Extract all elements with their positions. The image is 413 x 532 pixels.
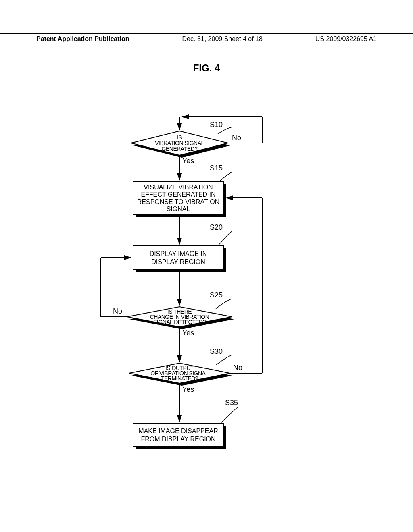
- label-s10-no: No: [232, 134, 241, 142]
- page-header: Patent Application Publication Dec. 31, …: [0, 33, 413, 43]
- node-s30: IS OUTPUT OF VIBRATION SIGNAL TERMINATED…: [129, 363, 232, 386]
- svg-text:VISUALIZE VIBRATION: VISUALIZE VIBRATION: [144, 184, 213, 191]
- svg-text:DISPLAY REGION: DISPLAY REGION: [151, 258, 205, 265]
- svg-text:GENERATED?: GENERATED?: [162, 145, 198, 152]
- node-s35: MAKE IMAGE DISAPPEAR FROM DISPLAY REGION: [133, 423, 226, 449]
- node-s10: IS VIBRATION SIGNAL GENERATED?: [131, 131, 230, 158]
- svg-rect-12: [133, 246, 223, 269]
- label-s25-no: No: [113, 307, 122, 315]
- leader-s30: [216, 355, 231, 365]
- tag-s25: S25: [210, 291, 223, 299]
- node-s15: VISUALIZE VIBRATION EFFECT GENERATED IN …: [133, 181, 226, 217]
- label-s30-no: No: [233, 364, 242, 372]
- svg-text:SIGNAL: SIGNAL: [167, 206, 190, 212]
- svg-text:RESPONSE TO VIBRATION: RESPONSE TO VIBRATION: [137, 198, 220, 205]
- svg-text:EFFECT GENERATED IN: EFFECT GENERATED IN: [141, 191, 215, 198]
- svg-rect-26: [133, 423, 223, 447]
- header-publication: Patent Application Publication: [36, 35, 129, 43]
- tag-s30: S30: [210, 347, 223, 355]
- tag-s10: S10: [210, 121, 223, 129]
- svg-text:TERMINATED?: TERMINATED?: [161, 375, 198, 382]
- header-date-sheet: Dec. 31, 2009 Sheet 4 of 18: [182, 35, 263, 43]
- flowchart: IS VIBRATION SIGNAL GENERATED? S10 No Ye…: [89, 105, 331, 508]
- node-s20: DISPLAY IMAGE IN DISPLAY REGION: [133, 246, 226, 272]
- label-s10-yes: Yes: [182, 157, 194, 165]
- leader-s25: [216, 299, 231, 309]
- tag-s35: S35: [225, 399, 238, 407]
- tag-s20: S20: [210, 223, 223, 231]
- leader-s35: [220, 407, 238, 424]
- label-s25-yes: Yes: [182, 329, 194, 337]
- figure-label: FIG. 4: [0, 62, 413, 74]
- leader-s20: [217, 231, 232, 247]
- label-s30-yes: Yes: [182, 385, 194, 393]
- tag-s15: S15: [210, 164, 223, 172]
- header-pub-number: US 2009/0322695 A1: [315, 35, 377, 43]
- svg-text:MAKE IMAGE DISAPPEAR: MAKE IMAGE DISAPPEAR: [138, 428, 218, 434]
- svg-text:DISPLAY IMAGE IN: DISPLAY IMAGE IN: [150, 250, 207, 257]
- svg-text:FROM DISPLAY REGION: FROM DISPLAY REGION: [141, 436, 215, 443]
- svg-text:SIGNAL DETECTED?: SIGNAL DETECTED?: [153, 319, 206, 325]
- node-s25: IS THERE CHANGE IN VIBRATION SIGNAL DETE…: [127, 307, 234, 329]
